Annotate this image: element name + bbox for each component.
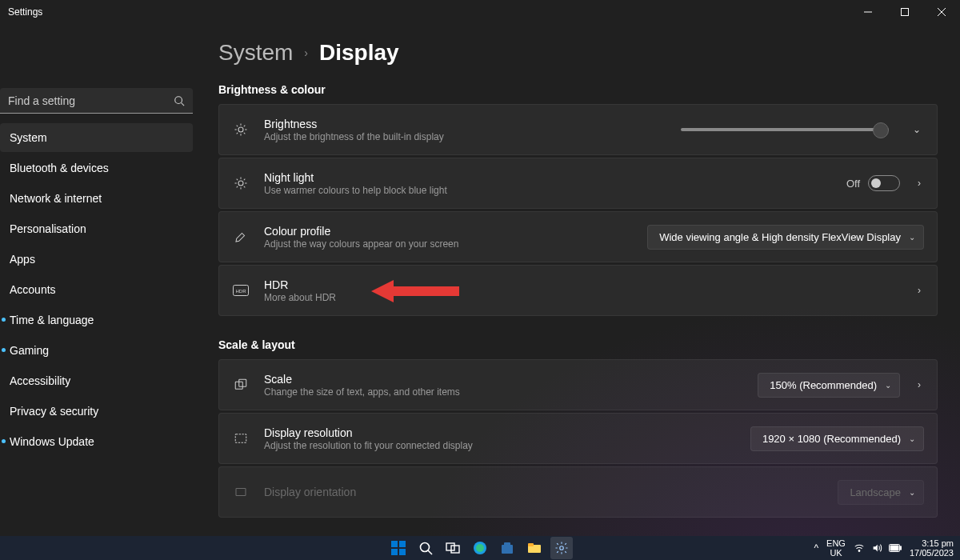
sidebar-item-label: Time & language <box>10 314 94 326</box>
svg-line-36 <box>428 550 432 554</box>
sidebar-item-bluetooth[interactable]: Bluetooth & devices <box>0 154 193 182</box>
sidebar-item-gaming[interactable]: Gaming <box>0 336 193 365</box>
svg-rect-38 <box>451 546 459 553</box>
svg-rect-49 <box>890 546 898 550</box>
search-input[interactable] <box>8 94 174 107</box>
resolution-select[interactable]: 1920 × 1080 (Recommended) ⌄ <box>750 426 924 451</box>
chevron-down-icon[interactable]: ⌄ <box>910 124 924 135</box>
sidebar-item-personalisation[interactable]: Personalisation <box>0 214 193 243</box>
title-bar: Settings <box>0 0 960 24</box>
resolution-value: 1920 × 1080 (Recommended) <box>762 433 901 445</box>
brush-icon <box>232 230 250 244</box>
scale-icon <box>232 378 250 392</box>
colour-profile-value: Wide viewing angle & High density FlexVi… <box>659 231 901 243</box>
volume-icon[interactable] <box>871 542 882 554</box>
colour-profile-title: Colour profile <box>264 225 458 238</box>
taskbar-search-button[interactable] <box>414 537 437 559</box>
sidebar-item-label: Accessibility <box>10 374 70 387</box>
hdr-title: HDR <box>264 278 336 291</box>
close-button[interactable] <box>923 0 960 24</box>
hdr-row[interactable]: HDR HDR More about HDR › <box>218 265 938 316</box>
svg-point-15 <box>238 181 243 186</box>
system-tray[interactable]: ^ ENG UK 3:15 pm 17/05/2023 <box>814 538 954 558</box>
explorer-button[interactable] <box>523 537 546 559</box>
brightness-title: Brightness <box>264 118 444 130</box>
svg-rect-48 <box>900 546 902 550</box>
section-brightness-title: Brightness & colour <box>218 83 938 96</box>
sidebar-item-network[interactable]: Network & internet <box>0 184 193 213</box>
resolution-row[interactable]: Display resolution Adjust the resolution… <box>218 413 938 464</box>
brightness-row[interactable]: Brightness Adjust the brightness of the … <box>218 104 938 155</box>
chevron-down-icon: ⌄ <box>909 233 915 242</box>
chevron-right-icon[interactable]: › <box>914 285 924 296</box>
tray-chevron-icon[interactable]: ^ <box>814 542 818 554</box>
edge-button[interactable] <box>469 537 491 559</box>
svg-point-35 <box>421 543 430 552</box>
sidebar-item-windows-update[interactable]: Windows Update <box>0 427 193 456</box>
sidebar-item-label: Bluetooth & devices <box>10 162 109 174</box>
scale-row[interactable]: Scale Change the size of text, apps, and… <box>218 359 938 410</box>
svg-rect-30 <box>236 489 246 496</box>
orientation-title: Display orientation <box>264 486 356 498</box>
sidebar-item-label: Gaming <box>10 344 49 357</box>
orientation-row: Display orientation Landscape ⌄ <box>218 466 938 518</box>
search-icon <box>174 95 185 106</box>
search-box[interactable] <box>0 88 193 114</box>
night-light-state: Off <box>846 178 860 190</box>
svg-rect-29 <box>235 434 246 443</box>
clock[interactable]: 3:15 pm 17/05/2023 <box>910 538 954 558</box>
breadcrumb-parent[interactable]: System <box>218 40 293 66</box>
svg-line-13 <box>237 133 238 134</box>
scale-select[interactable]: 150% (Recommended) ⌄ <box>758 373 900 398</box>
content-area: System › Display Brightness & colour Bri… <box>196 24 960 536</box>
taskbar[interactable]: ^ ENG UK 3:15 pm 17/05/2023 <box>0 536 960 560</box>
chevron-right-icon[interactable]: › <box>914 379 924 390</box>
svg-rect-37 <box>446 543 454 550</box>
tray-icons[interactable] <box>854 542 902 554</box>
start-button[interactable] <box>387 537 410 559</box>
colour-profile-select[interactable]: Wide viewing angle & High density FlexVi… <box>647 225 924 250</box>
colour-profile-row[interactable]: Colour profile Adjust the way colours ap… <box>218 211 938 262</box>
language-indicator[interactable]: ENG UK <box>826 538 846 558</box>
maximize-button[interactable] <box>886 0 923 24</box>
sun-icon <box>232 122 250 137</box>
night-light-icon <box>232 176 250 190</box>
orientation-icon <box>232 485 250 499</box>
night-light-row[interactable]: Night light Use warmer colours to help b… <box>218 158 938 209</box>
sidebar-item-time-language[interactable]: Time & language <box>0 306 193 334</box>
svg-line-12 <box>244 133 246 134</box>
battery-icon[interactable] <box>889 544 902 552</box>
sidebar-item-accessibility[interactable]: Accessibility <box>0 366 193 395</box>
resolution-icon <box>232 431 250 446</box>
sidebar-item-accounts[interactable]: Accounts <box>0 275 193 304</box>
chevron-right-icon[interactable]: › <box>914 178 924 189</box>
svg-line-20 <box>237 179 238 181</box>
sidebar-item-label: Apps <box>10 253 35 266</box>
store-button[interactable] <box>496 537 518 559</box>
brightness-slider[interactable] <box>681 128 889 131</box>
window-controls <box>850 0 960 24</box>
sidebar-item-system[interactable]: System <box>0 123 193 152</box>
sidebar-item-label: Network & internet <box>10 192 102 205</box>
wifi-icon[interactable] <box>854 542 865 554</box>
hdr-sub: More about HDR <box>264 292 336 303</box>
sidebar-item-label: Accounts <box>10 283 56 296</box>
scale-value: 150% (Recommended) <box>770 379 877 391</box>
orientation-select: Landscape ⌄ <box>838 480 924 505</box>
orientation-value: Landscape <box>850 486 901 498</box>
sidebar: System Bluetooth & devices Network & int… <box>0 24 196 536</box>
svg-text:HDR: HDR <box>236 289 247 294</box>
svg-point-45 <box>560 546 564 550</box>
settings-button[interactable] <box>550 537 573 559</box>
chevron-down-icon: ⌄ <box>885 381 891 390</box>
minimize-button[interactable] <box>850 0 886 24</box>
svg-line-23 <box>244 179 246 181</box>
sidebar-item-privacy[interactable]: Privacy & security <box>0 397 193 426</box>
clock-date: 17/05/2023 <box>910 548 954 558</box>
svg-point-6 <box>238 127 243 132</box>
night-light-toggle[interactable] <box>868 175 900 191</box>
sidebar-item-apps[interactable]: Apps <box>0 245 193 274</box>
sidebar-item-label: System <box>10 131 47 144</box>
task-view-button[interactable] <box>442 537 464 559</box>
section-scale-title: Scale & layout <box>218 338 938 351</box>
